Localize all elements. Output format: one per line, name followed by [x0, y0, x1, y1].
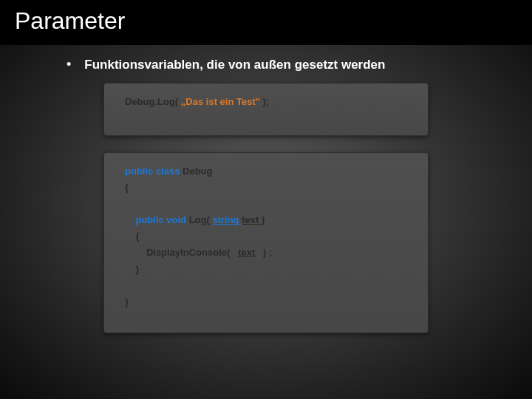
code-string: „Das ist ein Test" [181, 96, 263, 107]
code-token: ( [175, 96, 181, 107]
bullet-text: Funktionsvariablen, die von außen gesetz… [84, 58, 385, 72]
code-token: { [125, 231, 140, 242]
code-keyword: public class [125, 166, 183, 177]
code-token: ); [263, 96, 270, 107]
bullet-row: • Funktionsvariablen, die von außen gese… [66, 57, 532, 72]
code-param: text [242, 214, 262, 225]
code-token: { [125, 182, 129, 193]
code-type: string [212, 214, 242, 225]
slide-title: Parameter [15, 7, 517, 35]
code-token: ) ; [255, 247, 272, 258]
code-token: } [125, 264, 140, 275]
code-token: Debug [183, 166, 212, 177]
code-token: Debug.Log [125, 96, 175, 107]
code-box-call: Debug.Log( „Das ist ein Test" ); [103, 83, 429, 136]
code-box-class: public class Debug { public void Log( st… [103, 152, 429, 333]
code-token: } [125, 296, 129, 307]
code-token: Log( [189, 214, 213, 225]
code-var: text [238, 247, 255, 258]
title-bar: Parameter [0, 0, 532, 45]
code-token: ) [262, 214, 265, 225]
bullet-dot-icon: • [66, 57, 71, 72]
code-token: DisplayInConsole( [125, 247, 238, 258]
code-keyword: public void [125, 214, 189, 225]
